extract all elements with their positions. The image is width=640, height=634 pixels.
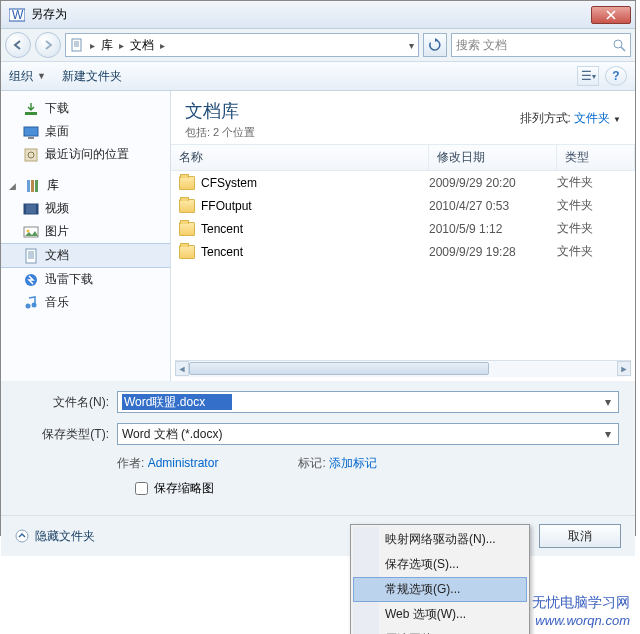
table-row[interactable]: FFOutput2010/4/27 0:53文件夹 <box>171 194 635 217</box>
horizontal-scrollbar[interactable]: ◄ ► <box>175 360 631 377</box>
tree-music[interactable]: 音乐 <box>1 291 170 314</box>
svg-rect-12 <box>24 204 38 214</box>
filename-input[interactable] <box>122 394 232 410</box>
tree-xunlei[interactable]: 迅雷下载 <box>1 268 170 291</box>
svg-rect-10 <box>31 180 34 192</box>
address-bar[interactable]: ▸ 库 ▸ 文档 ▸ ▾ <box>65 33 419 57</box>
organize-button[interactable]: 组织 ▼ <box>9 68 46 85</box>
desktop-icon <box>23 124 39 140</box>
thumbnail-label: 保存缩略图 <box>154 480 214 497</box>
tags-value[interactable]: 添加标记 <box>329 456 377 470</box>
svg-point-20 <box>32 302 37 307</box>
scroll-right-icon[interactable]: ► <box>617 361 631 376</box>
author-value[interactable]: Administrator <box>148 456 219 470</box>
tags-label: 标记: <box>298 456 325 470</box>
chevron-right-icon: ▸ <box>160 40 165 51</box>
svg-rect-2 <box>72 39 81 51</box>
svg-rect-9 <box>27 180 30 192</box>
help-button[interactable]: ? <box>605 66 627 86</box>
chevron-down-icon[interactable]: ▾ <box>600 426 616 442</box>
watermark-text: 无忧电脑学习网 <box>532 594 630 612</box>
video-icon <box>23 201 39 217</box>
word-icon: W <box>9 7 25 23</box>
svg-rect-11 <box>35 180 38 192</box>
tree-recent[interactable]: 最近访问的位置 <box>1 143 170 166</box>
tree-downloads[interactable]: 下载 <box>1 97 170 120</box>
folder-icon <box>179 245 195 259</box>
breadcrumb-docs[interactable]: 文档 <box>130 37 154 54</box>
table-row[interactable]: Tencent2010/5/9 1:12文件夹 <box>171 217 635 240</box>
svg-point-3 <box>614 40 622 48</box>
tree-video[interactable]: 视频 <box>1 197 170 220</box>
hide-folders-button[interactable]: 隐藏文件夹 <box>15 528 95 545</box>
scroll-left-icon[interactable]: ◄ <box>175 361 189 376</box>
doc-icon <box>70 38 84 52</box>
library-subtitle: 包括: 2 个位置 <box>185 125 621 140</box>
nav-row: ▸ 库 ▸ 文档 ▸ ▾ 搜索 文档 <box>1 29 635 61</box>
chevron-up-icon <box>15 529 29 543</box>
titlebar: W 另存为 <box>1 1 635 29</box>
dialog-title: 另存为 <box>31 6 589 23</box>
downloads-icon <box>23 101 39 117</box>
nav-tree: 下载 桌面 最近访问的位置 ◢库 视频 图片 文档 迅雷下载 音乐 <box>1 91 171 381</box>
menu-compress-pictures[interactable]: 压缩图片(P)... <box>353 627 527 634</box>
thumbnail-checkbox[interactable] <box>135 482 148 495</box>
tree-libraries[interactable]: ◢库 <box>1 174 170 197</box>
savetype-label: 保存类型(T): <box>17 426 109 443</box>
svg-text:W: W <box>12 8 24 22</box>
tree-desktop[interactable]: 桌面 <box>1 120 170 143</box>
refresh-button[interactable] <box>423 33 447 57</box>
library-icon <box>25 178 41 194</box>
scroll-thumb[interactable] <box>189 362 489 375</box>
folder-icon <box>179 222 195 236</box>
forward-button[interactable] <box>35 32 61 58</box>
documents-icon <box>23 248 39 264</box>
close-button[interactable] <box>591 6 631 24</box>
button-bar: 隐藏文件夹 工具(L) ▼ 保存(S) 取消 <box>1 515 635 556</box>
menu-general-options[interactable]: 常规选项(G)... <box>353 577 527 602</box>
save-as-dialog: W 另存为 ▸ 库 ▸ 文档 ▸ ▾ 搜索 文档 组织 ▼ 新建文件夹 ☰▾ <box>0 0 636 536</box>
savetype-field[interactable]: Word 文档 (*.docx) ▾ <box>117 423 619 445</box>
tree-documents[interactable]: 文档 <box>1 243 170 268</box>
svg-rect-4 <box>25 112 37 115</box>
music-icon <box>23 295 39 311</box>
breadcrumb-lib[interactable]: 库 <box>101 37 113 54</box>
back-button[interactable] <box>5 32 31 58</box>
svg-point-21 <box>16 530 28 542</box>
recent-icon <box>23 147 39 163</box>
chevron-down-icon: ▼ <box>613 115 621 124</box>
table-row[interactable]: Tencent2009/9/29 19:28文件夹 <box>171 240 635 263</box>
col-date[interactable]: 修改日期 <box>429 145 557 170</box>
svg-rect-6 <box>28 137 34 139</box>
menu-map-drive[interactable]: 映射网络驱动器(N)... <box>353 527 527 552</box>
chevron-right-icon: ▸ <box>90 40 95 51</box>
chevron-down-icon[interactable]: ▾ <box>600 394 616 410</box>
col-name[interactable]: 名称 <box>171 145 429 170</box>
table-row[interactable]: CFSystem2009/9/29 20:20文件夹 <box>171 171 635 194</box>
view-button[interactable]: ☰▾ <box>577 66 599 86</box>
col-type[interactable]: 类型 <box>557 145 635 170</box>
svg-rect-5 <box>24 127 38 136</box>
pictures-icon <box>23 224 39 240</box>
search-icon <box>613 39 626 52</box>
svg-rect-7 <box>25 149 37 161</box>
file-list-pane: 文档库 包括: 2 个位置 排列方式: 文件夹 ▼ 名称 修改日期 类型 CFS… <box>171 91 635 381</box>
new-folder-button[interactable]: 新建文件夹 <box>62 68 122 85</box>
cancel-button[interactable]: 取消 <box>539 524 621 548</box>
watermark-url: www.worqn.com <box>535 613 630 628</box>
svg-rect-14 <box>36 204 38 214</box>
tools-menu: 映射网络驱动器(N)... 保存选项(S)... 常规选项(G)... Web … <box>350 524 530 634</box>
menu-save-options[interactable]: 保存选项(S)... <box>353 552 527 577</box>
menu-web-options[interactable]: Web 选项(W)... <box>353 602 527 627</box>
svg-point-19 <box>26 303 31 308</box>
search-input[interactable]: 搜索 文档 <box>451 33 631 57</box>
sort-control[interactable]: 排列方式: 文件夹 ▼ <box>520 110 621 127</box>
save-form: 文件名(N): ▾ 保存类型(T): Word 文档 (*.docx) ▾ 作者… <box>1 381 635 515</box>
column-headers[interactable]: 名称 修改日期 类型 <box>171 144 635 171</box>
folder-icon <box>179 176 195 190</box>
file-rows: CFSystem2009/9/29 20:20文件夹 FFOutput2010/… <box>171 171 635 356</box>
chevron-down-icon[interactable]: ▾ <box>409 40 414 51</box>
filename-field[interactable]: ▾ <box>117 391 619 413</box>
xunlei-icon <box>23 272 39 288</box>
tree-pictures[interactable]: 图片 <box>1 220 170 243</box>
